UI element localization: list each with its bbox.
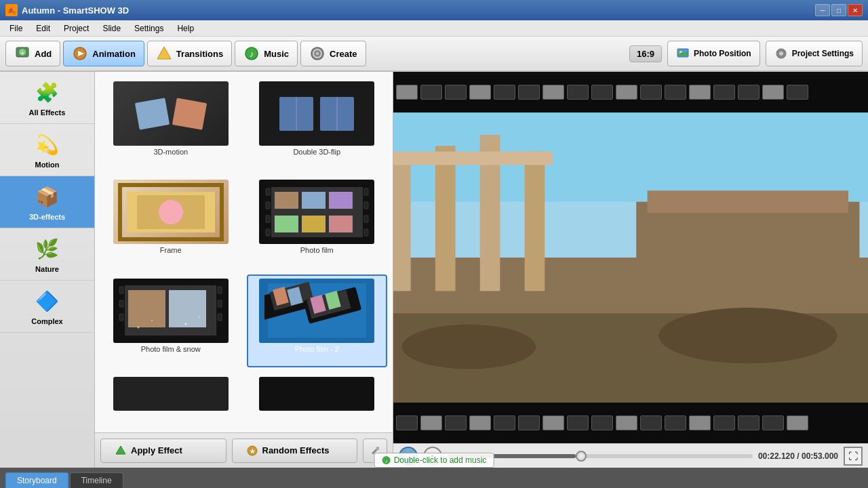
effect-frame-thumb xyxy=(113,180,229,244)
sidebar-item-all-effects[interactable]: 🧩 All Effects xyxy=(0,72,94,124)
sidebar-item-complex[interactable]: 🔷 Complex xyxy=(0,281,94,333)
3d-effects-label: 3D-effects xyxy=(29,213,65,221)
transitions-button[interactable]: Transitions xyxy=(147,41,232,66)
animation-button[interactable]: Animation xyxy=(63,41,144,66)
create-button[interactable]: Create xyxy=(300,41,366,66)
menu-edit[interactable]: Edit xyxy=(29,22,57,35)
film-hole-b3 xyxy=(445,415,467,430)
aspect-ratio-badge: 16:9 xyxy=(629,45,662,62)
svg-rect-34 xyxy=(364,216,368,222)
effect-photo-film-snow[interactable]: Photo film & snow xyxy=(100,274,241,367)
photo-position-button[interactable]: Photo Position xyxy=(667,41,760,66)
menu-slide[interactable]: Slide xyxy=(96,22,127,35)
svg-point-53 xyxy=(151,320,153,321)
effect-frame[interactable]: Frame xyxy=(100,176,241,268)
film-hole-b15 xyxy=(738,415,760,430)
svg-point-15 xyxy=(779,52,783,56)
effect-7[interactable] xyxy=(100,373,241,427)
effect-8-thumb xyxy=(259,377,374,411)
svg-point-55 xyxy=(199,317,200,318)
svg-rect-16 xyxy=(135,98,170,129)
sidebar-item-nature[interactable]: 🌿 Nature xyxy=(0,228,94,281)
random-effects-button[interactable]: ★ Random Effects xyxy=(232,439,358,463)
add-button[interactable]: + Add xyxy=(5,41,60,66)
main-area: 🧩 All Effects 💫 Motion 📦 3D-effects 🌿 Na… xyxy=(0,72,868,468)
create-label: Create xyxy=(330,49,357,59)
film-hole-6 xyxy=(518,85,540,100)
minimize-button[interactable]: ─ xyxy=(815,4,830,16)
film-hole-b2 xyxy=(420,415,442,430)
window-controls[interactable]: ─ □ ✕ xyxy=(815,4,863,16)
film-hole-b9 xyxy=(591,415,613,430)
svg-rect-38 xyxy=(329,192,353,209)
svg-rect-70 xyxy=(376,447,379,450)
titlebar: 🍂 Autumn - SmartSHOW 3D ─ □ ✕ xyxy=(0,0,868,20)
music-button[interactable]: ♪ Music xyxy=(235,41,298,66)
effects-panel: 3D-motion Double 3D-flip xyxy=(95,72,393,468)
film-hole-b4 xyxy=(469,415,491,430)
effect-photo-film-thumb xyxy=(259,180,374,244)
all-effects-label: All Effects xyxy=(29,108,66,117)
svg-text:★: ★ xyxy=(250,448,256,455)
random-effects-label: Random Effects xyxy=(262,445,330,455)
menu-settings[interactable]: Settings xyxy=(127,22,170,35)
action-bar: Apply Effect ★ Random Effects xyxy=(95,432,393,468)
music-icon: ♪ xyxy=(243,45,260,62)
effects-grid: 3D-motion Double 3D-flip xyxy=(95,72,393,432)
svg-rect-35 xyxy=(364,229,368,236)
transport-handle[interactable] xyxy=(576,451,587,462)
menu-project[interactable]: Project xyxy=(57,22,96,35)
tab-storyboard[interactable]: Storyboard xyxy=(5,472,68,488)
effect-photo-film-snow-label: Photo film & snow xyxy=(141,345,201,353)
random-effects-icon: ★ xyxy=(246,445,258,457)
project-settings-button[interactable]: Project Settings xyxy=(766,41,863,66)
film-hole-17 xyxy=(787,85,808,100)
svg-rect-51 xyxy=(169,290,206,327)
film-hole-14 xyxy=(713,85,735,100)
svg-text:♪: ♪ xyxy=(385,458,388,464)
effect-8[interactable] xyxy=(247,373,388,427)
preview-section: ▶ ■ 00:22.120 / 00:53.000 ⛶ xyxy=(393,72,868,468)
svg-rect-78 xyxy=(393,152,553,165)
close-button[interactable]: ✕ xyxy=(848,4,863,16)
3d-effects-icon: 📦 xyxy=(34,183,61,210)
sidebar-item-motion[interactable]: 💫 Motion xyxy=(0,124,94,176)
effect-3d-motion[interactable]: 3D-motion xyxy=(100,77,241,170)
apply-effect-button[interactable]: Apply Effect xyxy=(100,439,226,463)
nature-icon: 🌿 xyxy=(34,235,61,262)
svg-point-54 xyxy=(185,323,187,325)
svg-rect-47 xyxy=(218,287,222,293)
add-icon: + xyxy=(14,45,31,62)
fullscreen-button[interactable]: ⛶ xyxy=(844,447,863,466)
effect-photo-film[interactable]: Photo film xyxy=(247,176,388,268)
film-hole-15 xyxy=(738,85,760,100)
svg-rect-29 xyxy=(266,202,270,209)
svg-rect-33 xyxy=(364,202,368,209)
motion-label: Motion xyxy=(35,161,59,169)
svg-text:+: + xyxy=(21,50,24,56)
svg-rect-17 xyxy=(172,98,207,129)
svg-rect-30 xyxy=(266,216,270,222)
all-effects-icon: 🧩 xyxy=(34,79,61,106)
sidebar-item-3d-effects[interactable]: 📦 3D-effects xyxy=(0,176,94,228)
menu-file[interactable]: File xyxy=(3,22,29,35)
effect-3d-motion-label: 3D-motion xyxy=(153,148,188,156)
preview-area xyxy=(393,72,868,443)
current-time: 00:22.120 xyxy=(758,451,795,461)
music-label: Music xyxy=(264,49,289,59)
svg-rect-46 xyxy=(119,314,123,321)
app-icon: 🍂 xyxy=(5,4,18,16)
svg-marker-5 xyxy=(157,47,171,59)
tab-timeline[interactable]: Timeline xyxy=(70,472,123,488)
film-hole-b16 xyxy=(762,415,784,430)
film-hole-4 xyxy=(469,85,491,100)
svg-rect-37 xyxy=(302,192,326,209)
menu-help[interactable]: Help xyxy=(170,22,201,35)
film-hole-b14 xyxy=(713,415,735,430)
maximize-button[interactable]: □ xyxy=(831,4,846,16)
effect-photo-film-2[interactable]: Photo film - 2 xyxy=(247,274,388,367)
effect-double-3d-flip[interactable]: Double 3D-flip xyxy=(247,77,388,170)
transitions-label: Transitions xyxy=(176,49,223,59)
film-hole-b17 xyxy=(787,415,808,430)
project-settings-label: Project Settings xyxy=(792,49,854,58)
